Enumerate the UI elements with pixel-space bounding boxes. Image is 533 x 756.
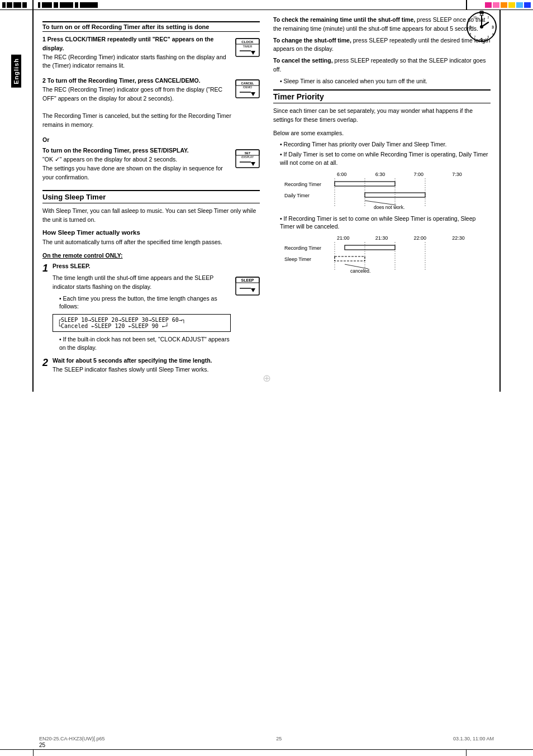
language-label: English: [11, 55, 21, 88]
svg-point-13: [480, 25, 483, 28]
page-number: 25: [39, 742, 45, 748]
diagram2-svg: Recording Timer Sleep Timer canceled.: [284, 242, 435, 273]
or-label: Or: [42, 136, 260, 145]
step1-title: Press CLOCK/TIMER repeatedly until "REC"…: [42, 36, 213, 51]
check-remaining-label: To check the remaining time until the sh…: [273, 16, 415, 23]
set-display-icon: SET /DISPLAY: [235, 146, 260, 172]
sleep-step1-num: 1: [42, 262, 48, 273]
right-column: To check the remaining time until the sh…: [269, 16, 491, 381]
priority-bullet2: If Daily Timer is set to come on while R…: [273, 150, 491, 167]
sleep-step2-text: Wait for about 5 seconds after specifyin…: [53, 356, 260, 374]
svg-rect-49: [345, 245, 395, 250]
sleep-cycle-diagram: ┌SLEEP 10→SLEEP 20→SLEEP 30→SLEEP 60→┐ └…: [53, 314, 231, 332]
below-examples: Below are some examples.: [273, 129, 491, 138]
d1-time4: 7:30: [452, 172, 491, 177]
change-shutoff-para: To change the shut-off time, press SLEEP…: [273, 36, 491, 54]
svg-text:Recording Timer: Recording Timer: [284, 182, 321, 187]
recording-timer-heading: To turn on or off Recording Timer after …: [42, 21, 260, 32]
timer-priority-section: Timer Priority Since each timer can be s…: [273, 89, 491, 274]
svg-text:CANCEL: CANCEL: [241, 82, 255, 85]
cancel-demo-icon: CANCEL /DEMO: [235, 77, 260, 102]
svg-text:Recording Timer: Recording Timer: [284, 245, 321, 251]
sleep-cycle-line2: └Canceled ←SLEEP 120 ←SLEEP 90 ←┘: [58, 323, 226, 329]
page-footer: 25: [0, 742, 533, 748]
bottom-left-stripe: [0, 750, 34, 756]
step2-title: To turn off the Recording Timer, press C…: [47, 77, 201, 84]
clock-image: 12 3 6 9 2 10 4 8 5 7: [465, 10, 498, 45]
svg-text:TIMER: TIMER: [242, 45, 252, 48]
d1-time1: 6:00: [337, 172, 375, 177]
diagram1-svg: Recording Timer Daily Timer does not wor…: [284, 178, 435, 209]
sleep-step2-details: Wait for about 5 seconds after specifyin…: [53, 356, 260, 377]
svg-text:10: 10: [473, 16, 477, 19]
content-wrapper: English To turn on or off Recording Time…: [0, 10, 533, 392]
sleep-step2: 2 Wait for about 5 seconds after specify…: [42, 356, 260, 377]
svg-text:Sleep Timer: Sleep Timer: [284, 256, 311, 262]
step3-body: "OK ✓" appears on the display for about …: [42, 156, 177, 163]
timer-priority-heading: Timer Priority: [273, 89, 491, 103]
step2-content: 2 To turn off the Recording Timer, press…: [42, 77, 232, 132]
footer-meta: EN20-25.CA-HXZ3(UW)[.p65 25 03.1.30, 11:…: [39, 736, 494, 741]
diagram1-time-labels: 6:00 6:30 7:00 7:30: [337, 172, 491, 177]
right-stripe: [466, 0, 533, 9]
sleep-step2-num: 2: [42, 356, 48, 368]
d1-time3: 7:00: [414, 172, 453, 177]
svg-text:7: 7: [474, 35, 476, 39]
priority-bullet1: Recording Timer has priority over Daily …: [273, 140, 491, 149]
step2-body1: The REC (Recording Timer) indicator goes…: [42, 86, 222, 102]
on-remote-label: On the remote control ONLY:: [42, 251, 260, 260]
cancel-setting-para: To cancel the setting, press SLEEP repea…: [273, 56, 491, 74]
main-content: To turn on or off Recording Timer after …: [34, 10, 499, 392]
step1-num: 1: [42, 36, 47, 42]
svg-text:Daily Timer: Daily Timer: [284, 193, 310, 198]
svg-text:8: 8: [470, 32, 472, 36]
svg-text:SET: SET: [245, 151, 251, 155]
sleep-step2-body: The SLEEP indicator flashes slowly until…: [53, 366, 208, 373]
d2-time4: 22:30: [452, 235, 491, 241]
sleep-step2-title: Wait for about 5 seconds after specifyin…: [53, 357, 212, 364]
cancel-setting-label: To cancel the setting,: [273, 57, 333, 64]
sleep-step1-body1: The time length until the shut-off time …: [53, 274, 231, 292]
svg-text:canceled.: canceled.: [350, 268, 370, 273]
svg-text:5: 5: [488, 35, 489, 39]
step2-recording: 2 To turn off the Recording Timer, press…: [42, 77, 260, 132]
step3-content: To turn on the Recording Timer, press SE…: [42, 146, 232, 184]
timer-diagram2: 21:00 21:30 22:00 22:30 Recording Timer: [284, 235, 491, 274]
svg-text:3: 3: [492, 25, 494, 29]
d2-time2: 21:30: [375, 235, 414, 241]
sleep-timer-heading: Using Sleep Timer: [42, 190, 260, 203]
sleep-step1-text: Press SLEEP.: [53, 262, 260, 271]
step1-text: 1 Press CLOCK/TIMER repeatedly until "RE…: [42, 35, 227, 70]
step1-recording: 1 Press CLOCK/TIMER repeatedly until "RE…: [42, 35, 260, 73]
step3-recording: To turn on the Recording Timer, press SE…: [42, 146, 260, 184]
step2-text: 2 To turn off the Recording Timer, press…: [42, 77, 232, 130]
step1-content: 1 Press CLOCK/TIMER repeatedly until "RE…: [42, 35, 227, 73]
d2-time1: 21:00: [337, 235, 375, 241]
d2-time3: 22:00: [414, 235, 453, 241]
diagram2-time-labels: 21:00 21:30 22:00 22:30: [337, 235, 491, 241]
sleep-timer-intro: With Sleep Timer, you can fall asleep to…: [42, 207, 260, 225]
svg-text:does not work.: does not work.: [374, 205, 404, 209]
sleep-step1-title: Press SLEEP.: [53, 263, 91, 269]
svg-text:CLOCK: CLOCK: [241, 40, 254, 44]
sleep-step1: 1 Press SLEEP. The time length until the…: [42, 262, 260, 353]
step1-body: The REC (Recording Timer) indicator star…: [42, 54, 226, 69]
shutoff-info: To check the remaining time until the sh…: [273, 16, 491, 85]
svg-text:2: 2: [488, 16, 489, 19]
change-shutoff-label: To change the shut-off time,: [273, 37, 351, 44]
sleep-cycle-line1: ┌SLEEP 10→SLEEP 20→SLEEP 30→SLEEP 60→┐: [58, 317, 226, 323]
sleep-button-icon: SLEEP: [235, 274, 260, 299]
sleep-step1-bullet2: If the built-in clock has not been set, …: [53, 335, 231, 351]
left-stripe: [0, 0, 34, 9]
sleep-step1-details: Press SLEEP. The time length until the s…: [53, 262, 260, 353]
step3-body2: The settings you have done are shown on …: [42, 165, 223, 180]
step3-title: To turn on the Recording Timer, press SE…: [42, 147, 189, 154]
timer-diagram1: 6:00 6:30 7:00 7:30 Recording Timer: [284, 172, 491, 210]
cancel-setting-bullet: Sleep Timer is also canceled when you tu…: [273, 77, 491, 85]
svg-text:/DEMO: /DEMO: [243, 85, 253, 89]
center-bars: [34, 0, 466, 9]
how-sleep-timer-body: The unit automatically turns off after t…: [42, 238, 260, 247]
sleep-timer-section: Using Sleep Timer With Sleep Timer, you …: [42, 190, 260, 377]
recording-timer-section: To turn on or off Recording Timer after …: [42, 21, 260, 184]
svg-text:SLEEP: SLEEP: [241, 278, 254, 282]
